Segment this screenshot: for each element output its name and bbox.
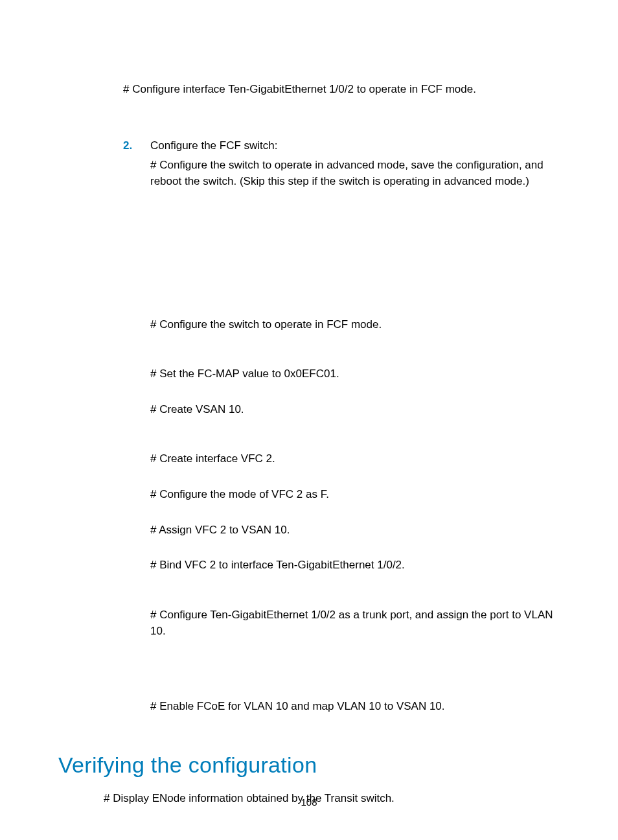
hash-line: # Assign VFC 2 to VSAN 10.	[150, 522, 560, 539]
hash-line: # Configure the switch to operate in FCF…	[150, 317, 560, 333]
hash-line: # Create VSAN 10.	[150, 402, 560, 418]
hash-line: # Enable FCoE for VLAN 10 and map VLAN 1…	[150, 699, 560, 715]
hash-line: # Set the FC-MAP value to 0x0EFC01.	[150, 366, 560, 382]
step-content: Configure the FCF switch: # Configure th…	[150, 138, 560, 715]
step-intro: # Configure the switch to operate in adv…	[150, 158, 560, 189]
step-row: 2. Configure the FCF switch: # Configure…	[123, 138, 560, 715]
page-number: 108	[0, 797, 618, 808]
page: # Configure interface Ten-GigabitEtherne…	[0, 0, 618, 840]
body-column: # Configure interface Ten-GigabitEtherne…	[123, 82, 560, 715]
hash-line: # Create interface VFC 2.	[150, 451, 560, 467]
hash-line: # Configure the mode of VFC 2 as F.	[150, 487, 560, 503]
hash-line: # Configure Ten-GigabitEthernet 1/0/2 as…	[150, 607, 560, 639]
hash-line: # Bind VFC 2 to interface Ten-GigabitEth…	[150, 557, 560, 574]
step-title: Configure the FCF switch:	[150, 138, 560, 154]
step-number: 2.	[123, 138, 150, 152]
hash-line-top: # Configure interface Ten-GigabitEtherne…	[123, 82, 560, 98]
section-heading: Verifying the configuration	[58, 752, 560, 778]
